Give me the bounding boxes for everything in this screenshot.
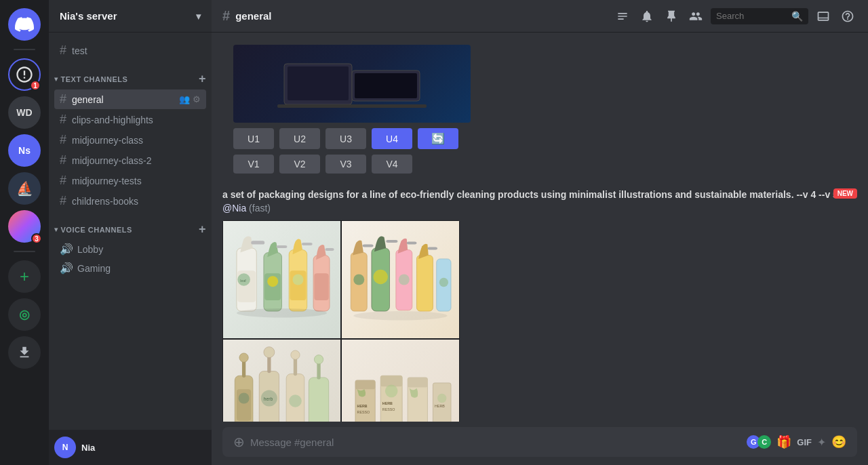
svg-point-43 (264, 347, 275, 358)
svg-rect-19 (314, 273, 328, 300)
generated-image-block: leaf (222, 220, 857, 422)
svg-text:RESSO: RESSO (357, 410, 370, 414)
voice-speaker-icon: 🔊 (60, 243, 73, 256)
voice-speaker-icon-gaming: 🔊 (60, 262, 73, 275)
wd-server-icon[interactable]: WD (8, 96, 41, 129)
help-button[interactable] (838, 7, 857, 26)
svg-rect-16 (302, 243, 313, 245)
image-quadrant-bottom-left: herb (222, 339, 341, 422)
voice-channels-label: VOICE CHANNELS (61, 226, 132, 234)
channel-item-general[interactable]: # general 👥 ⚙ (54, 89, 206, 109)
topbar-right: 🔍 (613, 7, 857, 26)
refresh-button-1[interactable]: 🔄 (418, 128, 458, 149)
server-divider-2 (14, 251, 35, 252)
channel-item-clips[interactable]: # clips-and-highlights (54, 110, 206, 129)
inbox-button[interactable] (814, 7, 833, 26)
hash-icon: # (60, 43, 66, 58)
svg-point-67 (437, 394, 446, 403)
svg-text:HERB: HERB (435, 404, 445, 408)
sidebar: Nia's server ▾ # test ▾ TEXT CHANNELS + … (49, 0, 212, 465)
svg-point-27 (374, 270, 388, 284)
channel-item-midjourney-class[interactable]: # midjourney-class (54, 130, 206, 150)
channel-item-gaming[interactable]: 🔊 Gaming (54, 259, 206, 277)
svg-rect-4 (277, 104, 427, 108)
image-quadrant-top-right (341, 220, 460, 339)
nitro-icon-2[interactable]: C (757, 435, 771, 449)
voice-channels-section[interactable]: ▾ VOICE CHANNELS + (49, 211, 212, 239)
user-avatar: N (54, 437, 76, 458)
emoji-button[interactable]: 😊 (831, 434, 846, 449)
svg-point-48 (291, 350, 300, 359)
channel-item-midjourney-class-2[interactable]: # midjourney-class-2 (54, 150, 206, 170)
search-input[interactable] (716, 11, 787, 21)
channel-name-midjourney-class-2: midjourney-class-2 (72, 155, 151, 166)
v4-button[interactable]: V4 (372, 155, 412, 174)
add-server-button[interactable]: + (8, 260, 41, 293)
chevron-down-icon: ▾ (196, 11, 201, 22)
image-quadrant-top-left: leaf (222, 220, 341, 339)
u1-button[interactable]: U1 (233, 128, 274, 149)
user-area: N Nia (49, 430, 212, 465)
add-text-channel-button[interactable]: + (199, 72, 206, 86)
svg-text:HERB: HERB (382, 401, 393, 405)
section-chevron-voice-icon: ▾ (54, 226, 58, 233)
channel-name-midjourney-class: midjourney-class (72, 135, 143, 146)
search-bar[interactable]: 🔍 (711, 8, 808, 24)
channel-item-childrens-books[interactable]: # childrens-books (54, 191, 206, 211)
gradient-notification-badge: 3 (31, 233, 42, 244)
pinned-messages-button[interactable] (662, 7, 681, 26)
svg-rect-29 (407, 242, 417, 245)
sticker-button[interactable]: ✦ (817, 436, 826, 449)
server-divider-1 (14, 49, 35, 50)
sailboat-server-icon[interactable]: ⛵ (8, 172, 41, 205)
add-voice-channel-button[interactable]: + (199, 222, 206, 237)
svg-rect-3 (355, 73, 417, 98)
discord-home-button[interactable] (8, 8, 41, 41)
message-block-1: U1 U2 U3 U4 🔄 V1 V2 V3 V4 (212, 43, 868, 180)
u3-button[interactable]: U3 (326, 128, 366, 149)
download-button[interactable] (8, 336, 41, 369)
u2-button[interactable]: U2 (279, 128, 320, 149)
svg-point-17 (292, 275, 303, 285)
settings-icon[interactable]: ⚙ (193, 94, 201, 104)
channel-name-lobby: Lobby (77, 244, 103, 255)
member-list-button[interactable] (686, 7, 705, 26)
input-right-icons: G C 🎁 GIF ✦ 😊 (747, 434, 846, 449)
text-channels-label: TEXT CHANNELS (61, 75, 128, 83)
svg-rect-50 (309, 378, 328, 422)
hash-icon: # (60, 194, 66, 208)
svg-rect-1 (288, 66, 349, 100)
ns-server-icon[interactable]: Ns (8, 134, 41, 167)
gradient-server-icon[interactable]: 3 (8, 210, 41, 243)
hash-icon: # (60, 174, 66, 188)
threads-button[interactable] (613, 7, 632, 26)
v2-button[interactable]: V2 (279, 155, 320, 174)
notification-badge: 1 (30, 80, 41, 91)
notifications-button[interactable] (637, 7, 656, 26)
svg-text:herb: herb (264, 397, 273, 402)
svg-text:leaf: leaf (240, 279, 246, 283)
message-input[interactable] (250, 437, 741, 448)
text-channels-section[interactable]: ▾ TEXT CHANNELS + (49, 61, 212, 89)
topbar: # general (212, 0, 868, 33)
v1-button[interactable]: V1 (233, 155, 274, 174)
gift-button[interactable]: 🎁 (776, 434, 791, 449)
topbar-channel-text: general (235, 10, 271, 22)
messages-area[interactable]: U1 U2 U3 U4 🔄 V1 V2 V3 V4 NEW a set of (212, 33, 868, 422)
channel-item-test[interactable]: # test (54, 41, 206, 60)
image-quadrant-bottom-right: HERB RESSO HERB RESSO HERB (341, 339, 460, 422)
server-name-header[interactable]: Nia's server ▾ (49, 0, 212, 33)
u4-button[interactable]: U4 (372, 128, 412, 149)
top-generated-image (233, 45, 471, 123)
svg-point-13 (267, 276, 278, 287)
v3-button[interactable]: V3 (326, 155, 366, 174)
generated-image: leaf (222, 220, 460, 422)
hash-icon-general: # (60, 92, 66, 106)
channel-item-lobby[interactable]: 🔊 Lobby (54, 240, 206, 258)
channel-item-midjourney-tests[interactable]: # midjourney-tests (54, 171, 206, 190)
channel-name-midjourney-tests: midjourney-tests (72, 176, 142, 186)
gif-button[interactable]: GIF (797, 437, 812, 447)
add-attachment-button[interactable]: ⊕ (233, 434, 245, 450)
ai-server-1-icon[interactable]: 1 (8, 58, 41, 91)
explore-button[interactable]: ◎ (8, 298, 41, 331)
